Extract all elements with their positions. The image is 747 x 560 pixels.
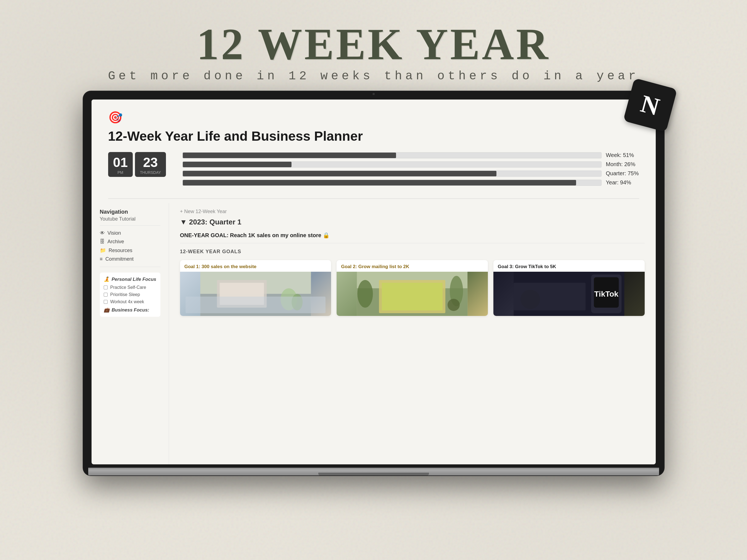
- sidebar-divider-1: [100, 225, 160, 225]
- stats-row: 01 PM 23 THURSDAY: [108, 152, 639, 188]
- new-12-week-btn[interactable]: + New 12-Week Year: [180, 209, 645, 214]
- archive-icon: 🗄: [100, 239, 105, 245]
- svg-text:TikTok: TikTok: [594, 290, 618, 298]
- task-prioritise-sleep[interactable]: Prioritise Sleep: [104, 292, 157, 297]
- laptop-outer: 🎯 12-Week Year Life and Business Planner…: [83, 91, 664, 475]
- main-content: + New 12-Week Year ▼ 2023: Quarter 1 ONE…: [169, 203, 656, 464]
- personal-life-focus-label: Personal Life Focus: [112, 277, 157, 282]
- goal-2-image: [337, 272, 488, 316]
- goal-card-3[interactable]: Goal 3: Grow TikTok to 5K TikTok: [493, 260, 645, 316]
- laptop-base: [88, 468, 659, 475]
- app-content: 🎯 12-Week Year Life and Business Planner…: [92, 100, 656, 464]
- progress-row-month: Month: 26%: [183, 161, 639, 167]
- goals-grid: Goal 1: 300 sales on the website: [180, 260, 645, 316]
- app-header: 🎯 12-Week Year Life and Business Planner…: [92, 100, 656, 194]
- goal-2-title: Goal 2: Grow mailing list to 2K: [337, 260, 488, 272]
- sidebar-nav-title: Navigation: [100, 209, 160, 215]
- sidebar-item-resources[interactable]: 📁 Resources: [100, 246, 160, 255]
- business-focus-section: 💼 Business Focus:: [104, 307, 157, 313]
- progress-bar-year-container: [183, 180, 601, 186]
- sidebar-item-resources-label: Resources: [109, 248, 132, 254]
- svg-point-5: [291, 294, 303, 311]
- app-title: 12-Week Year Life and Business Planner: [108, 129, 639, 144]
- progress-bar-quarter-container: [183, 170, 601, 177]
- personal-life-focus-section: 🧘 Personal Life Focus Practice Self-Care: [100, 272, 160, 317]
- task-workout-label: Workout 4x week: [110, 299, 144, 304]
- laptop-wrapper: N 🎯 12-Week Year Life and Business Plann…: [83, 91, 664, 475]
- progress-bar-week-container: [183, 152, 601, 158]
- sidebar-item-vision[interactable]: 👁 Vision: [100, 229, 160, 237]
- clock-hour: 01: [113, 156, 128, 169]
- svg-rect-9: [382, 283, 442, 311]
- progress-bar-week-fill: [183, 153, 396, 158]
- progress-bar-month-container: [183, 161, 601, 167]
- clock-period: PM: [113, 170, 128, 175]
- commitment-icon: ≡: [100, 256, 103, 262]
- goal-3-title: Goal 3: Grow TikTok to 5K: [493, 260, 645, 272]
- subtitle: Get more done in 12 weeks than others do…: [108, 69, 639, 83]
- clock-hour-card: 01 PM: [108, 152, 133, 177]
- progress-label-month: Month: 26%: [606, 161, 639, 167]
- task-workout[interactable]: Workout 4x week: [104, 299, 157, 304]
- svg-point-12: [447, 299, 460, 311]
- task-practice-self-care[interactable]: Practice Self-Care: [104, 285, 157, 290]
- clock-section: 01 PM 23 THURSDAY: [108, 152, 166, 177]
- progress-row-quarter: Quarter: 75%: [183, 170, 639, 177]
- resources-icon: 📁: [100, 247, 106, 254]
- sidebar-item-archive[interactable]: 🗄 Archive: [100, 237, 160, 246]
- goals-header: 12-WEEK YEAR GOALS: [180, 249, 645, 255]
- task-sleep-label: Prioritise Sleep: [110, 292, 140, 297]
- goal-card-2[interactable]: Goal 2: Grow mailing list to 2K: [337, 260, 488, 316]
- progress-bar-month-fill: [183, 162, 291, 167]
- sidebar: Navigation Youtube Tutorial 👁 Vision 🗄 A…: [92, 203, 169, 464]
- checkbox-workout[interactable]: [104, 300, 108, 304]
- clock-minute-card: 23 THURSDAY: [135, 152, 166, 177]
- sidebar-item-vision-label: Vision: [108, 230, 121, 236]
- quarter-title[interactable]: ▼ 2023: Quarter 1: [180, 218, 645, 226]
- progress-row-year: Year: 94%: [183, 179, 639, 186]
- goal-3-image: TikTok: [493, 272, 645, 316]
- svg-point-4: [280, 288, 297, 311]
- progress-section: Week: 51% Month: 26%: [183, 152, 639, 188]
- header-divider: [108, 198, 639, 199]
- laptop-screen: 🎯 12-Week Year Life and Business Planner…: [92, 100, 656, 464]
- sidebar-item-commitment-label: Commitment: [105, 256, 134, 262]
- sidebar-item-commitment[interactable]: ≡ Commitment: [100, 255, 160, 263]
- svg-point-18: [520, 290, 540, 309]
- progress-row-week: Week: 51%: [183, 152, 639, 158]
- goal-card-1[interactable]: Goal 1: 300 sales on the website: [180, 260, 331, 316]
- laptop-bezel: 🎯 12-Week Year Life and Business Planner…: [88, 96, 659, 468]
- progress-label-week: Week: 51%: [606, 152, 639, 158]
- camera-dot: [372, 93, 375, 95]
- sidebar-item-archive-label: Archive: [108, 239, 124, 245]
- task-self-care-label: Practice Self-Care: [110, 285, 146, 290]
- personal-life-focus-title: 🧘 Personal Life Focus: [104, 276, 157, 282]
- app-icon: 🎯: [108, 111, 639, 124]
- checkbox-self-care[interactable]: [104, 286, 108, 289]
- svg-rect-3: [220, 283, 264, 305]
- notion-logo-letter: N: [638, 89, 662, 121]
- main-title: 12 WEEK YEAR: [108, 22, 639, 66]
- progress-bar-year-fill: [183, 180, 576, 185]
- svg-point-10: [357, 280, 373, 308]
- goal-1-image: [180, 272, 331, 316]
- sidebar-divider-2: [100, 267, 160, 267]
- personal-life-focus-icon: 🧘: [104, 276, 109, 282]
- checkbox-sleep[interactable]: [104, 293, 108, 297]
- progress-label-quarter: Quarter: 75%: [606, 170, 639, 177]
- business-focus-label: Business Focus:: [112, 308, 149, 313]
- main-body: Navigation Youtube Tutorial 👁 Vision 🗄 A…: [92, 203, 656, 464]
- one-year-goal: ONE-YEAR GOAL: Reach 1K sales on my onli…: [180, 232, 645, 243]
- clock-minute: 23: [140, 156, 161, 169]
- svg-rect-1: [200, 294, 311, 316]
- progress-label-year: Year: 94%: [606, 179, 639, 186]
- page-header: 12 WEEK YEAR Get more done in 12 weeks t…: [108, 22, 639, 83]
- clock-day: THURSDAY: [140, 170, 161, 175]
- vision-icon: 👁: [100, 230, 105, 236]
- sidebar-tutorial-link[interactable]: Youtube Tutorial: [100, 216, 160, 222]
- business-focus-icon: 💼: [104, 307, 109, 313]
- goal-1-title: Goal 1: 300 sales on the website: [180, 260, 331, 272]
- progress-bar-quarter-fill: [183, 171, 496, 176]
